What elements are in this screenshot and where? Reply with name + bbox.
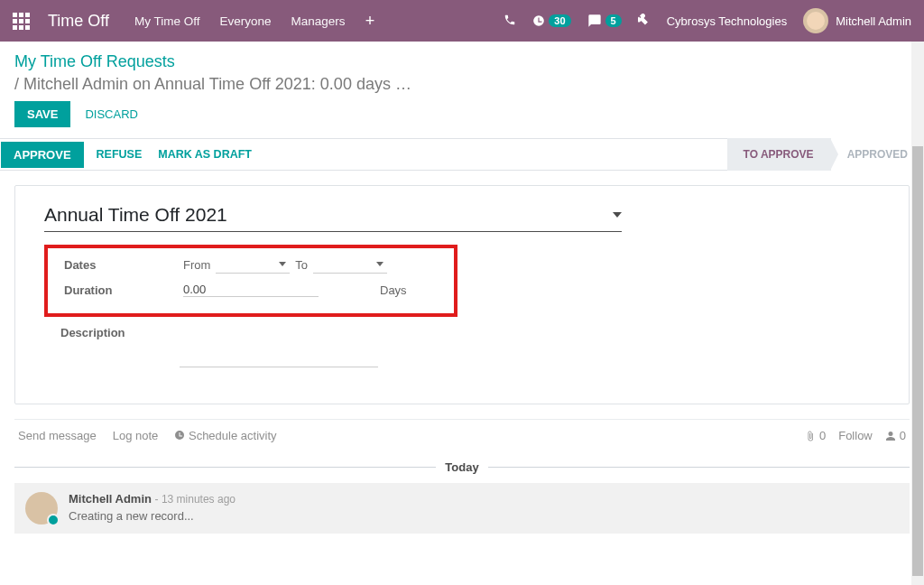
form-sheet: Annual Time Off 2021 Dates From To Durat… xyxy=(14,185,910,404)
stage-approved[interactable]: APPROVED xyxy=(830,138,924,171)
activities-badge: 30 xyxy=(549,14,570,27)
date-separator: Today xyxy=(14,460,910,474)
date-from-input[interactable] xyxy=(216,255,290,274)
description-input[interactable] xyxy=(180,342,378,367)
avatar[interactable] xyxy=(25,492,58,525)
company-name[interactable]: Cybrosys Technologies xyxy=(667,14,787,28)
chevron-down-icon xyxy=(279,262,286,266)
nav-everyone[interactable]: Everyone xyxy=(220,14,272,28)
module-title: Time Off xyxy=(48,12,109,31)
message-item: Mitchell Admin - 13 minutes ago Creating… xyxy=(14,483,910,534)
dates-label: Dates xyxy=(48,258,183,272)
followers-count[interactable]: 0 xyxy=(885,429,906,442)
stage-to-approve[interactable]: TO APPROVE xyxy=(727,138,830,171)
messages-pill[interactable]: 5 xyxy=(587,14,622,28)
message-time: - 13 minutes ago xyxy=(155,493,236,506)
nav-my-time-off[interactable]: My Time Off xyxy=(134,14,200,28)
paperclip-icon xyxy=(805,431,816,441)
breadcrumb-current: / Mitchell Admin on Annual Time Off 2021… xyxy=(14,75,910,94)
to-label: To xyxy=(295,258,308,272)
breadcrumb: My Time Off Requests / Mitchell Admin on… xyxy=(0,42,924,101)
activities-pill[interactable]: 30 xyxy=(532,14,570,27)
dates-duration-highlight: Dates From To Duration 0.00 Days xyxy=(44,245,457,317)
phone-icon[interactable] xyxy=(504,14,516,29)
follow-button[interactable]: Follow xyxy=(838,429,873,442)
clock-icon xyxy=(174,430,185,441)
description-label: Description xyxy=(44,326,180,367)
top-navbar: Time Off My Time Off Everyone Managers +… xyxy=(0,0,924,42)
tools-icon[interactable] xyxy=(638,14,651,29)
messages-badge: 5 xyxy=(605,14,622,27)
duration-label: Duration xyxy=(48,283,183,297)
discard-button[interactable]: DISCARD xyxy=(85,107,138,121)
duration-input[interactable]: 0.00 xyxy=(183,283,319,297)
date-to-input[interactable] xyxy=(313,255,387,274)
attachments-count[interactable]: 0 xyxy=(805,429,826,442)
chevron-down-icon xyxy=(376,262,383,266)
scrollbar-thumb[interactable] xyxy=(912,146,923,576)
save-button[interactable]: SAVE xyxy=(14,101,70,127)
mark-draft-button[interactable]: MARK AS DRAFT xyxy=(158,148,252,161)
log-note-button[interactable]: Log note xyxy=(113,429,159,442)
chatter: Send message Log note Schedule activity … xyxy=(14,419,910,534)
user-menu[interactable]: Mitchell Admin xyxy=(803,8,911,33)
send-message-button[interactable]: Send message xyxy=(18,429,97,442)
nav-managers[interactable]: Managers xyxy=(291,14,346,28)
duration-unit: Days xyxy=(380,283,407,297)
leave-type-value: Annual Time Off 2021 xyxy=(44,204,613,226)
chevron-down-icon[interactable] xyxy=(613,212,622,218)
message-author[interactable]: Mitchell Admin xyxy=(69,492,152,506)
user-icon xyxy=(885,431,896,441)
avatar xyxy=(803,8,828,33)
clock-icon xyxy=(532,14,545,27)
plus-icon[interactable]: + xyxy=(365,12,375,31)
breadcrumb-parent[interactable]: My Time Off Requests xyxy=(14,52,910,71)
user-name: Mitchell Admin xyxy=(836,14,911,28)
top-nav: My Time Off Everyone Managers xyxy=(134,14,346,28)
status-bar: APPROVE REFUSE MARK AS DRAFT TO APPROVE … xyxy=(0,138,924,171)
from-label: From xyxy=(183,258,210,272)
apps-icon[interactable] xyxy=(13,13,30,30)
form-actions: SAVE DISCARD xyxy=(0,101,924,138)
chat-icon xyxy=(587,14,602,28)
schedule-activity-button[interactable]: Schedule activity xyxy=(174,429,276,442)
refuse-button[interactable]: REFUSE xyxy=(97,148,143,161)
approve-button[interactable]: APPROVE xyxy=(1,142,84,168)
scrollbar-track[interactable] xyxy=(911,42,924,585)
leave-type-select[interactable]: Annual Time Off 2021 xyxy=(44,204,622,232)
message-text: Creating a new record... xyxy=(69,509,236,523)
